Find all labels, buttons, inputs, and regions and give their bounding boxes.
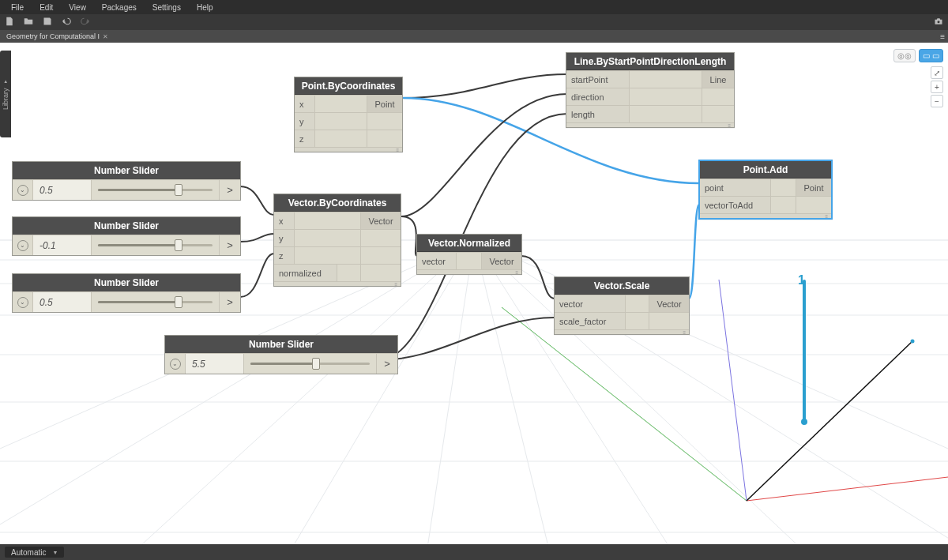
slider-output-port[interactable]: > (220, 292, 240, 312)
tab-menu-icon[interactable]: ≡ (940, 32, 945, 41)
fit-view-icon[interactable]: ⤢ (931, 66, 943, 79)
menu-packages[interactable]: Packages (94, 3, 145, 12)
slider-expand-toggle[interactable]: ⌄ (13, 180, 33, 200)
zoom-toolbar: ⤢ + − (931, 66, 943, 107)
svg-line-11 (474, 240, 948, 544)
chevron-down-icon: ⌄ (170, 359, 181, 370)
input-port-z[interactable]: z (295, 130, 315, 147)
node-number-slider-1[interactable]: Number Slider ⌄ 0.5 > (12, 161, 241, 201)
node-title: Vector.Scale (555, 277, 689, 295)
toolbar (0, 14, 948, 30)
input-port-scale-factor[interactable]: scale_factor (555, 313, 626, 329)
svg-line-19 (747, 477, 948, 501)
svg-line-20 (502, 307, 747, 501)
node-line-by-start-point-direction-length[interactable]: Line.ByStartPointDirectionLength startPo… (566, 52, 735, 128)
menu-settings[interactable]: Settings (145, 3, 189, 12)
node-title: Number Slider (13, 162, 240, 179)
node-title: Number Slider (13, 217, 240, 235)
node-title: Vector.ByCoordinates (274, 194, 401, 212)
close-tab-icon[interactable]: ✕ (103, 33, 108, 40)
node-grip[interactable]: ≡ (566, 122, 734, 127)
node-title: Line.ByStartPointDirectionLength (566, 53, 734, 70)
output-port-vector[interactable]: Vector (361, 212, 401, 229)
slider-track[interactable] (92, 180, 220, 200)
node-point-add[interactable]: Point.Add point Point vectorToAdd ≡ (698, 160, 833, 220)
chevron-down-icon: ▼ (52, 550, 58, 555)
zoom-in-icon[interactable]: + (931, 81, 943, 93)
new-file-icon[interactable] (5, 15, 14, 29)
menu-view[interactable]: View (61, 3, 94, 12)
view-mode-switch[interactable]: ▭ ▭ (919, 49, 943, 62)
output-port-point[interactable]: Point (367, 96, 402, 112)
run-mode-label: Automatic (11, 548, 46, 557)
slider-track[interactable] (244, 354, 377, 374)
input-port-start-point[interactable]: startPoint (566, 71, 630, 88)
menu-help[interactable]: Help (189, 3, 221, 12)
undo-icon[interactable] (62, 15, 71, 29)
input-port-direction[interactable]: direction (566, 88, 630, 105)
library-panel-toggle[interactable]: Library▸ (0, 51, 11, 137)
node-number-slider-2[interactable]: Number Slider ⌄ -0.1 > (12, 216, 241, 256)
workspace-tab[interactable]: Geometry for Computational I ✕ (2, 32, 113, 40)
slider-expand-toggle[interactable]: ⌄ (165, 354, 186, 374)
slider-value[interactable]: -0.1 (33, 235, 92, 255)
input-port-y[interactable]: y (295, 113, 315, 130)
slider-value[interactable]: 0.5 (33, 180, 92, 200)
input-port-point[interactable]: point (700, 179, 771, 196)
menu-file[interactable]: File (3, 3, 32, 12)
status-bar: Automatic ▼ (0, 544, 948, 560)
input-port-vector[interactable]: vector (555, 295, 626, 312)
tab-bar: Geometry for Computational I ✕ ≡ (0, 30, 948, 43)
slider-track[interactable] (92, 292, 220, 312)
input-port-x[interactable]: x (274, 212, 295, 229)
input-port-x[interactable]: x (295, 96, 315, 112)
slider-output-port[interactable]: > (220, 180, 240, 200)
node-vector-normalized[interactable]: Vector.Normalized vector Vector ≡ (416, 234, 522, 275)
open-file-icon[interactable] (24, 15, 33, 29)
run-mode-dropdown[interactable]: Automatic ▼ (5, 547, 64, 558)
node-point-by-coordinates[interactable]: Point.ByCoordinates x Point y z ≡ (294, 77, 403, 152)
node-grip[interactable]: ≡ (700, 213, 831, 218)
slider-expand-toggle[interactable]: ⌄ (13, 235, 33, 255)
save-icon[interactable] (43, 15, 52, 29)
slider-track[interactable] (92, 235, 220, 255)
menu-edit[interactable]: Edit (32, 3, 61, 12)
node-vector-scale[interactable]: Vector.Scale vector Vector scale_factor … (554, 276, 690, 335)
output-port-point[interactable]: Point (796, 179, 831, 196)
slider-value[interactable]: 5.5 (186, 354, 244, 374)
node-vector-by-coordinates[interactable]: Vector.ByCoordinates x Vector y z normal… (273, 194, 401, 287)
view-toolbar: ◎◎ ▭ ▭ (893, 49, 943, 62)
node-title: Number Slider (165, 336, 397, 353)
input-port-normalized[interactable]: normalized (274, 265, 337, 281)
node-number-slider-4[interactable]: Number Slider ⌄ 5.5 > (164, 335, 398, 374)
graph-canvas[interactable]: 1 Library▸ ◎◎ ▭ ▭ ⤢ + − Point.ByCoordina… (0, 43, 948, 544)
screenshot-icon[interactable] (934, 15, 943, 29)
input-port-length[interactable]: length (566, 106, 630, 122)
view-orbit-icon[interactable]: ◎◎ (893, 49, 916, 62)
svg-line-22 (747, 341, 912, 501)
chevron-down-icon: ⌄ (17, 297, 28, 308)
library-label: Library (2, 88, 9, 110)
svg-line-10 (474, 240, 948, 544)
node-grip[interactable]: ≡ (417, 269, 521, 274)
svg-point-0 (938, 21, 940, 23)
slider-output-port[interactable]: > (377, 354, 397, 374)
chevron-down-icon: ⌄ (17, 240, 28, 251)
input-port-z[interactable]: z (274, 247, 295, 264)
slider-value[interactable]: 0.5 (33, 292, 92, 312)
input-port-vector[interactable]: vector (417, 253, 457, 269)
zoom-out-icon[interactable]: − (931, 95, 943, 107)
output-port-vector[interactable]: Vector (649, 295, 689, 312)
node-number-slider-3[interactable]: Number Slider ⌄ 0.5 > (12, 273, 241, 313)
output-port-vector[interactable]: Vector (482, 253, 521, 269)
node-grip[interactable]: ≡ (274, 281, 401, 286)
redo-icon[interactable] (81, 15, 90, 29)
node-title: Point.ByCoordinates (295, 77, 402, 95)
slider-output-port[interactable]: > (220, 235, 240, 255)
slider-expand-toggle[interactable]: ⌄ (13, 292, 33, 312)
node-grip[interactable]: ≡ (295, 147, 402, 152)
output-port-line[interactable]: Line (702, 71, 734, 88)
input-port-y[interactable]: y (274, 230, 295, 246)
input-port-vector-to-add[interactable]: vectorToAdd (700, 197, 771, 213)
node-grip[interactable]: ≡ (555, 329, 689, 334)
